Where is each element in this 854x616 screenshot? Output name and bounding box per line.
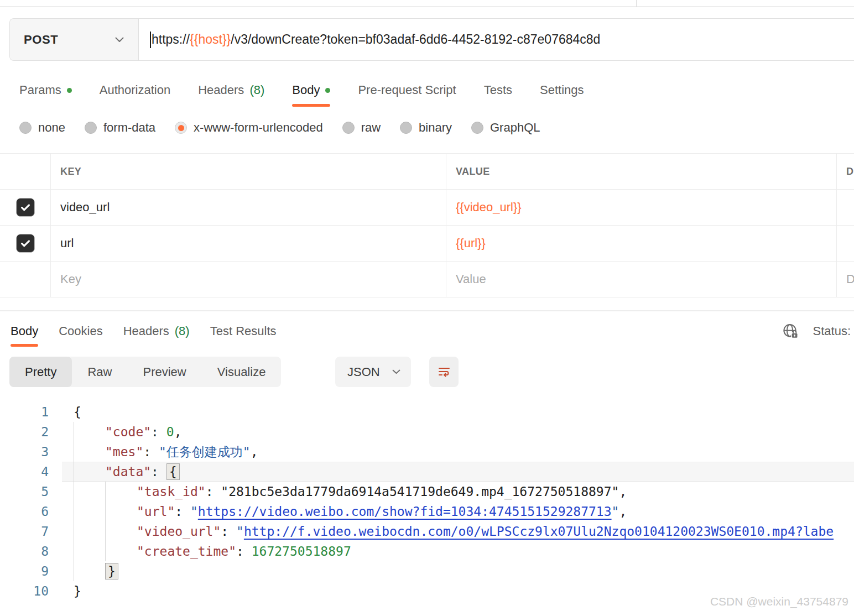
response-tab-body[interactable]: Body [11, 315, 38, 347]
radio-binary[interactable] [400, 122, 412, 134]
response-link[interactable]: http://f.video.weibocdn.com/o0/wLPSCcz9l… [244, 524, 834, 539]
tab-headers-count: (8) [249, 83, 264, 97]
param-key-field[interactable]: video_url [50, 190, 446, 225]
code-token: "mes" [105, 445, 143, 459]
code-token: : [175, 504, 190, 519]
indent-guide [105, 502, 106, 521]
code-line-9: 9} [0, 561, 854, 581]
code-token: "data" [105, 464, 151, 479]
tab-authorization[interactable]: Authorization [100, 74, 170, 107]
indent-guide [74, 422, 74, 442]
response-tab-cookies[interactable]: Cookies [59, 315, 102, 347]
tab-pre-request-script-label: Pre-request Script [358, 83, 456, 97]
row-checkbox-cell [0, 226, 50, 261]
param-description-field[interactable] [836, 226, 854, 261]
header-value: VALUE [446, 154, 836, 189]
param-key-field[interactable]: url [50, 226, 446, 261]
view-pretty[interactable]: Pretty [9, 357, 72, 387]
line-number: 2 [0, 422, 49, 442]
wrap-lines-icon [438, 366, 451, 379]
mode-x-www-form-urlencoded-label: x-www-form-urlencoded [194, 121, 323, 135]
code-line-7: 7"video_url": "http://f.video.weibocdn.c… [0, 521, 854, 541]
line-content: "mes": "任务创建成功", [105, 442, 258, 462]
indent-guide [74, 502, 74, 521]
code-token: "video_url" [137, 524, 221, 539]
tab-pre-request-script[interactable]: Pre-request Script [358, 74, 456, 107]
code-token: "url" [137, 504, 175, 519]
method-selector[interactable]: POST [10, 19, 139, 60]
view-raw[interactable]: Raw [72, 357, 127, 387]
line-number: 3 [0, 442, 49, 462]
line-number: 1 [0, 402, 49, 422]
tab-params[interactable]: Params [19, 74, 72, 107]
radio-form-data[interactable] [85, 122, 97, 134]
mode-x-www-form-urlencoded[interactable]: x-www-form-urlencoded [175, 121, 323, 135]
language-select[interactable]: JSON [335, 357, 411, 387]
code-line-1: 1{ [0, 402, 854, 422]
indent-guide [74, 482, 74, 502]
view-visualize[interactable]: Visualize [202, 357, 282, 387]
method-label: POST [24, 33, 58, 47]
tab-headers-label: Headers [198, 83, 244, 97]
status-label: Status: [813, 324, 851, 338]
response-view-switcher: Pretty Raw Preview Visualize [9, 357, 281, 387]
response-link[interactable]: https://video.weibo.com/show?fid=1034:47… [198, 504, 612, 519]
tab-tests[interactable]: Tests [484, 74, 512, 107]
param-value-field[interactable]: {{video_url}} [446, 190, 836, 225]
tab-settings[interactable]: Settings [540, 74, 584, 107]
code-line-5: 5"task_id": "281bc5e3da1779da6914a541719… [0, 482, 854, 502]
response-tab-body-label: Body [11, 324, 38, 338]
code-token: , [251, 445, 258, 459]
body-mode-options: none form-data x-www-form-urlencoded raw… [19, 114, 540, 142]
radio-x-www-form-urlencoded[interactable] [175, 122, 187, 134]
tab-headers[interactable]: Headers (8) [198, 74, 264, 107]
response-tabs: Body Cookies Headers (8) Test Results [11, 315, 277, 347]
response-tab-test-results[interactable]: Test Results [210, 315, 277, 347]
url-path: /v3/downCreate?token=bf03adaf-6dd6-4452-… [231, 32, 600, 47]
response-tab-headers-count: (8) [175, 324, 190, 338]
param-value-field[interactable]: {{url}} [446, 226, 836, 261]
param-key-placeholder[interactable]: Key [50, 262, 446, 297]
line-content: "url": "https://video.weibo.com/show?fid… [137, 502, 627, 521]
line-number: 9 [0, 561, 49, 581]
radio-none[interactable] [19, 122, 32, 134]
table-row-empty: Key Value Description [0, 262, 854, 297]
indent-guide [74, 541, 74, 561]
code-line-6: 6"url": "https://video.weibo.com/show?fi… [0, 502, 854, 521]
tab-body-label: Body [292, 83, 320, 97]
code-token: 0 [166, 425, 174, 439]
row-checkbox-cell [0, 262, 50, 297]
url-host-variable: {{host}} [190, 32, 231, 47]
mode-graphql[interactable]: GraphQL [471, 121, 540, 135]
url-input[interactable]: https://{{host}}/v3/downCreate?token=bf0… [139, 19, 854, 60]
mode-none[interactable]: none [19, 121, 65, 135]
response-tab-headers-label: Headers [123, 324, 169, 338]
mode-graphql-label: GraphQL [490, 121, 540, 135]
line-content: "data": { [105, 462, 180, 482]
indent-guide [74, 561, 74, 581]
mode-raw[interactable]: raw [342, 121, 381, 135]
mode-binary[interactable]: binary [400, 121, 452, 135]
top-strip-divider [636, 0, 637, 7]
code-token: : [206, 484, 221, 499]
code-token: { [166, 463, 180, 480]
param-description-field[interactable] [836, 190, 854, 225]
param-value-placeholder[interactable]: Value [446, 262, 836, 297]
checkbox-checked[interactable] [16, 234, 35, 253]
mode-form-data[interactable]: form-data [85, 121, 155, 135]
response-tab-headers[interactable]: Headers (8) [123, 315, 190, 347]
table-row: url {{url}} [0, 226, 854, 262]
request-tabs: Params Authorization Headers (8) Body Pr… [19, 74, 584, 107]
tab-settings-label: Settings [540, 83, 584, 97]
wrap-lines-button[interactable] [429, 357, 459, 387]
checkbox-checked[interactable] [16, 198, 35, 217]
tab-body[interactable]: Body [292, 74, 330, 107]
line-content: } [74, 581, 81, 601]
param-description-placeholder[interactable]: Description [836, 262, 854, 297]
view-preview[interactable]: Preview [127, 357, 201, 387]
radio-raw[interactable] [342, 122, 355, 134]
radio-graphql[interactable] [471, 122, 483, 134]
code-line-4: 4"data": { [0, 462, 854, 482]
response-tab-cookies-label: Cookies [59, 324, 102, 338]
code-token: "task_id" [137, 484, 206, 499]
